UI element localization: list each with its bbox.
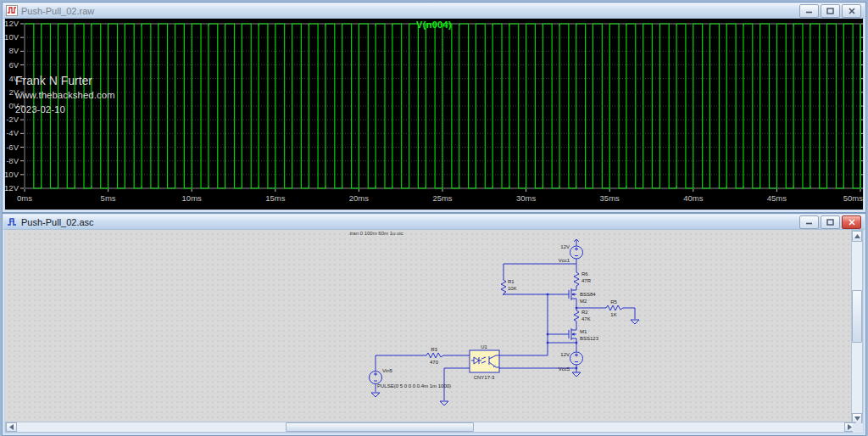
svg-text:-12V: -12V [5, 183, 19, 193]
svg-text:-8V: -8V [6, 156, 19, 165]
scroll-up-button[interactable] [852, 231, 862, 242]
waveform-window-title: Push-Pull_02.raw [21, 6, 796, 16]
svg-text:35ms: 35ms [600, 193, 620, 203]
vertical-scrollbar[interactable] [851, 230, 863, 425]
ltspice-workspace: Push-Pull_02.raw 12V10V8V6V4V2V0V-2V-4V-… [0, 0, 868, 436]
waveform-file-icon [6, 5, 18, 16]
svg-text:10V: 10V [5, 32, 19, 42]
svg-text:6V: 6V [8, 60, 19, 70]
resistor-r3[interactable] [425, 353, 443, 358]
svg-text:10ms: 10ms [182, 193, 202, 203]
annotation-author: Frank N Furter [15, 75, 115, 87]
wire-junctions [547, 293, 577, 369]
r6-value[interactable]: 47R [581, 278, 592, 283]
wires[interactable] [376, 259, 635, 400]
resistor-r1[interactable] [501, 278, 506, 295]
m2-value[interactable]: BSS84 [580, 292, 596, 297]
horizontal-scrollbar[interactable] [5, 422, 856, 433]
close-button[interactable] [842, 215, 861, 229]
r1-value[interactable]: 10K [508, 286, 517, 291]
scrollbar-corner [853, 423, 863, 433]
svg-text:25ms: 25ms [432, 193, 452, 203]
schematic-file-icon [6, 216, 18, 227]
close-button[interactable] [842, 4, 861, 18]
maximize-button[interactable] [821, 215, 840, 229]
optocoupler-u1[interactable] [470, 350, 499, 372]
waveform-plot-area[interactable]: 12V10V8V6V4V2V0V-2V-4V-6V-8V-10V-12V0ms5… [5, 19, 863, 210]
annotation-date: 2023-02-10 [15, 105, 115, 115]
resistor-r5[interactable] [604, 305, 623, 310]
svg-text:40ms: 40ms [683, 193, 703, 203]
vcc1-value[interactable]: 12V [560, 244, 570, 249]
u1-name[interactable]: U1 [481, 344, 487, 349]
ground-symbols [371, 320, 639, 405]
r3-name[interactable]: R3 [431, 347, 437, 352]
svg-text:45ms: 45ms [767, 193, 787, 203]
waveform-titlebar[interactable]: Push-Pull_02.raw [3, 3, 865, 19]
waveform-plot[interactable]: 12V10V8V6V4V2V0V-2V-4V-6V-8V-10V-12V0ms5… [5, 19, 863, 210]
u1-value[interactable]: CNY17-3 [474, 375, 495, 380]
r6-name[interactable]: R6 [581, 271, 588, 277]
svg-text:5ms: 5ms [101, 193, 116, 203]
r2-name[interactable]: R2 [581, 310, 588, 315]
svg-text:30ms: 30ms [516, 193, 536, 203]
mosfet-m2[interactable] [569, 288, 576, 300]
voltage-source-vin5[interactable] [370, 372, 382, 384]
minimize-button[interactable] [799, 215, 819, 229]
r5-name[interactable]: R5 [610, 299, 617, 305]
plot-annotation: Frank N Furter www.thebackshed.com 2023-… [15, 75, 115, 119]
spice-directive[interactable]: .tran 0 100m 60m 1u uic [348, 231, 403, 236]
annotation-website: www.thebackshed.com [15, 91, 115, 101]
svg-text:50ms: 50ms [843, 193, 863, 203]
m2-name[interactable]: M2 [580, 299, 587, 304]
svg-text:-6V: -6V [6, 143, 19, 152]
svg-text:-10V: -10V [5, 170, 19, 179]
vin5-value[interactable]: PULSE(0 5 0 0 0 0.4m 1m 1000) [377, 383, 451, 388]
r5-value[interactable]: 1K [610, 312, 616, 317]
voltage-source-vcc5[interactable] [570, 352, 583, 365]
maximize-button[interactable] [821, 4, 840, 18]
r2-value[interactable]: 47K [581, 316, 591, 321]
mosfet-m1[interactable] [569, 328, 576, 340]
horizontal-scroll-thumb[interactable] [286, 422, 474, 432]
schematic-titlebar[interactable]: Push-Pull_02.asc [3, 215, 865, 230]
resistor-r6[interactable] [574, 271, 579, 288]
schematic-canvas[interactable]: .tran 0 100m 60m 1u uic [5, 230, 854, 423]
trace-label[interactable]: V(n004) [5, 20, 863, 30]
svg-text:8V: 8V [8, 46, 19, 55]
scroll-left-button[interactable] [6, 422, 17, 432]
vertical-scroll-thumb[interactable] [852, 290, 862, 343]
vcc1-name[interactable]: Vcc1 [559, 258, 570, 263]
voltage-source-vcc1[interactable] [570, 239, 583, 259]
r1-name[interactable]: R1 [508, 279, 515, 284]
vin5-name[interactable]: Vin5 [382, 368, 393, 373]
resistor-r2[interactable] [574, 309, 579, 321]
svg-text:15ms: 15ms [265, 193, 285, 203]
m1-value[interactable]: BSS123 [580, 336, 599, 341]
svg-text:-4V: -4V [6, 128, 19, 137]
schematic-window: Push-Pull_02.asc .tran 0 100m 60m 1u uic [2, 213, 866, 436]
svg-text:0ms: 0ms [17, 193, 32, 203]
vcc5-value[interactable]: 12V [560, 352, 570, 357]
vcc5-name[interactable]: Vcc5 [559, 366, 570, 372]
waveform-window: Push-Pull_02.raw 12V10V8V6V4V2V0V-2V-4V-… [2, 2, 866, 213]
svg-text:20ms: 20ms [349, 193, 369, 203]
schematic-window-title: Push-Pull_02.asc [21, 217, 796, 227]
minimize-button[interactable] [799, 4, 819, 18]
r3-value[interactable]: 470 [430, 360, 439, 365]
m1-name[interactable]: M1 [580, 329, 587, 334]
